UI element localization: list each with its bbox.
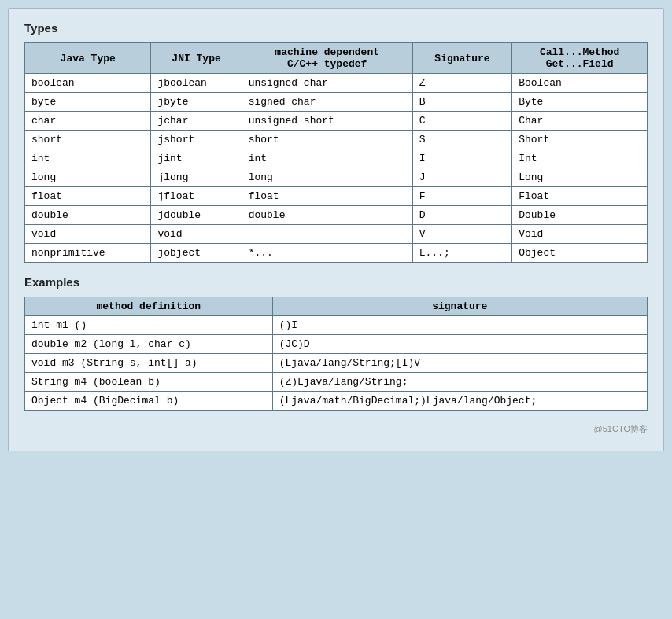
types-cell: float (242, 187, 412, 206)
examples-cell: (Ljava/lang/String;[I)V (272, 354, 647, 373)
types-cell (242, 225, 412, 244)
types-cell: void (151, 225, 242, 244)
col-signature-ex: signature (272, 297, 647, 316)
types-cell: Void (512, 225, 648, 244)
types-cell: long (242, 168, 412, 187)
types-row: longjlonglongJLong (25, 168, 648, 187)
types-cell: Char (512, 112, 648, 131)
types-cell: boolean (25, 74, 151, 93)
types-cell: Byte (512, 93, 648, 112)
types-cell: signed char (242, 93, 412, 112)
types-cell: jbyte (151, 93, 242, 112)
examples-table: method definition signature int m1 ()()I… (24, 297, 648, 411)
examples-cell: void m3 (String s, int[] a) (25, 354, 273, 373)
types-cell: Long (512, 168, 648, 187)
examples-cell: double m2 (long l, char c) (25, 335, 273, 354)
examples-section-title: Examples (24, 275, 648, 289)
types-cell: Double (512, 206, 648, 225)
col-call-method: Call...MethodGet...Field (512, 43, 648, 74)
examples-cell: ()I (272, 316, 647, 335)
types-cell: Z (412, 74, 512, 93)
types-cell: jobject (151, 244, 242, 263)
types-row: bytejbytesigned charBByte (25, 93, 648, 112)
examples-cell: (JC)D (272, 335, 647, 354)
col-machine-dep: machine dependentC/C++ typedef (242, 43, 412, 74)
types-cell: int (25, 149, 151, 168)
examples-cell: (Ljava/math/BigDecimal;)Ljava/lang/Objec… (272, 392, 647, 411)
types-row: nonprimitivejobject*...L...;Object (25, 244, 648, 263)
examples-cell: int m1 () (25, 316, 273, 335)
col-jni-type: JNI Type (151, 43, 242, 74)
examples-header-row: method definition signature (25, 297, 648, 316)
examples-cell: Object m4 (BigDecimal b) (25, 392, 273, 411)
types-cell: unsigned short (242, 112, 412, 131)
types-cell: short (25, 131, 151, 149)
watermark: @51CTO博客 (24, 423, 648, 435)
types-cell: jdouble (151, 206, 242, 225)
types-section-title: Types (24, 21, 648, 35)
types-row: booleanjbooleanunsigned charZBoolean (25, 74, 648, 93)
types-cell: Float (512, 187, 648, 206)
types-cell: Boolean (512, 74, 648, 93)
types-row: voidvoidVVoid (25, 225, 648, 244)
types-row: doublejdoubledoubleDDouble (25, 206, 648, 225)
types-cell: char (25, 112, 151, 131)
types-cell: Int (512, 149, 648, 168)
examples-cell: String m4 (boolean b) (25, 373, 273, 392)
types-cell: jfloat (151, 187, 242, 206)
types-row: shortjshortshortSShort (25, 131, 648, 149)
types-cell: byte (25, 93, 151, 112)
types-cell: jint (151, 149, 242, 168)
col-java-type: Java Type (25, 43, 151, 74)
types-cell: double (242, 206, 412, 225)
types-cell: jchar (151, 112, 242, 131)
examples-cell: (Z)Ljava/lang/String; (272, 373, 647, 392)
col-method-def: method definition (25, 297, 273, 316)
types-cell: *... (242, 244, 412, 263)
types-cell: void (25, 225, 151, 244)
types-cell: short (242, 131, 412, 149)
examples-row: Object m4 (BigDecimal b)(Ljava/math/BigD… (25, 392, 648, 411)
types-cell: jboolean (151, 74, 242, 93)
types-cell: nonprimitive (25, 244, 151, 263)
types-header-row: Java Type JNI Type machine dependentC/C+… (25, 43, 648, 74)
types-row: charjcharunsigned shortCChar (25, 112, 648, 131)
examples-row: String m4 (boolean b)(Z)Ljava/lang/Strin… (25, 373, 648, 392)
types-cell: Short (512, 131, 648, 149)
examples-row: void m3 (String s, int[] a)(Ljava/lang/S… (25, 354, 648, 373)
types-cell: C (412, 112, 512, 131)
types-cell: jlong (151, 168, 242, 187)
col-signature: Signature (412, 43, 512, 74)
types-cell: I (412, 149, 512, 168)
types-cell: S (412, 131, 512, 149)
types-table: Java Type JNI Type machine dependentC/C+… (24, 42, 648, 263)
examples-row: double m2 (long l, char c)(JC)D (25, 335, 648, 354)
types-cell: D (412, 206, 512, 225)
types-cell: F (412, 187, 512, 206)
types-cell: unsigned char (242, 74, 412, 93)
types-row: intjintintIInt (25, 149, 648, 168)
types-cell: Object (512, 244, 648, 263)
types-cell: double (25, 206, 151, 225)
examples-row: int m1 ()()I (25, 316, 648, 335)
types-cell: int (242, 149, 412, 168)
types-cell: B (412, 93, 512, 112)
types-cell: V (412, 225, 512, 244)
types-cell: J (412, 168, 512, 187)
types-cell: jshort (151, 131, 242, 149)
types-cell: long (25, 168, 151, 187)
types-cell: float (25, 187, 151, 206)
types-row: floatjfloatfloatFFloat (25, 187, 648, 206)
main-container: Types Java Type JNI Type machine depende… (8, 8, 664, 451)
types-cell: L...; (412, 244, 512, 263)
